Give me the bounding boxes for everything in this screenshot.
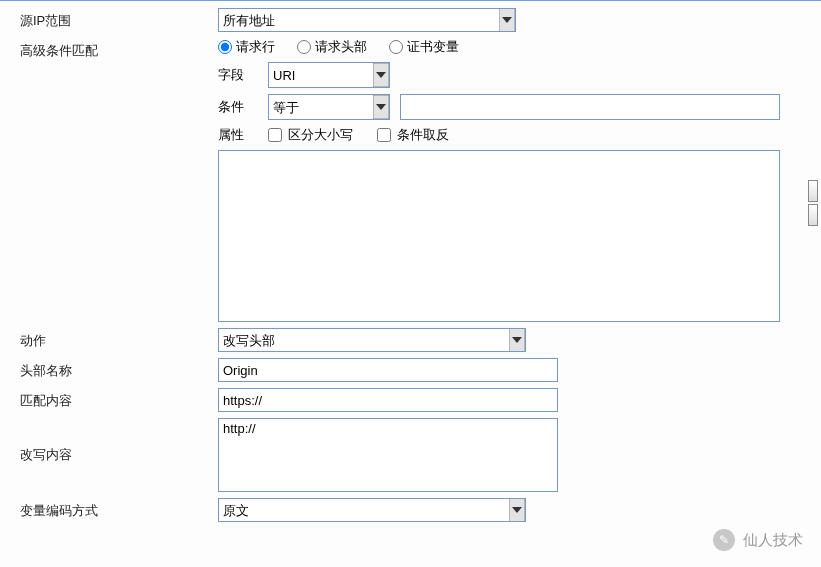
watermark-text: 仙人技术 [743, 531, 803, 550]
label-adv-match: 高级条件匹配 [0, 38, 218, 60]
select-condition[interactable]: 等于 [268, 94, 390, 120]
side-button-group [808, 180, 818, 226]
label-match-content: 匹配内容 [0, 388, 218, 410]
radio-req-header[interactable]: 请求头部 [297, 38, 367, 56]
select-encoding[interactable]: 原文 [218, 498, 526, 522]
side-button-2[interactable] [808, 204, 818, 226]
side-button-1[interactable] [808, 180, 818, 202]
label-header-name: 头部名称 [0, 358, 218, 380]
radio-group-match-type: 请求行 请求头部 证书变量 [218, 38, 803, 56]
label-action: 动作 [0, 328, 218, 350]
radio-req-line[interactable]: 请求行 [218, 38, 275, 56]
label-ip-range: 源IP范围 [0, 8, 218, 30]
radio-req-header-input[interactable] [297, 40, 311, 54]
checkbox-negate-input[interactable] [377, 128, 391, 142]
checkbox-negate-label: 条件取反 [397, 126, 449, 144]
label-condition: 条件 [218, 98, 258, 116]
label-attr: 属性 [218, 126, 258, 144]
label-rewrite-content: 改写内容 [0, 418, 218, 464]
checkbox-case-sensitive-input[interactable] [268, 128, 282, 142]
select-field[interactable]: URI [268, 62, 390, 88]
radio-cert-var-input[interactable] [389, 40, 403, 54]
checkbox-case-sensitive[interactable]: 区分大小写 [268, 126, 353, 144]
radio-req-header-label: 请求头部 [315, 38, 367, 56]
input-condition-value[interactable] [400, 94, 780, 120]
select-ip-range[interactable]: 所有地址 [218, 8, 516, 32]
label-field: 字段 [218, 66, 258, 84]
textarea-conditions-list[interactable] [218, 150, 780, 322]
radio-cert-var-label: 证书变量 [407, 38, 459, 56]
select-action[interactable]: 改写头部 [218, 328, 526, 352]
checkbox-negate[interactable]: 条件取反 [377, 126, 449, 144]
textarea-rewrite-content[interactable] [218, 418, 558, 492]
radio-req-line-label: 请求行 [236, 38, 275, 56]
input-match-content[interactable] [218, 388, 558, 412]
radio-req-line-input[interactable] [218, 40, 232, 54]
watermark: ✎ 仙人技术 [713, 529, 803, 551]
label-encoding: 变量编码方式 [0, 498, 218, 520]
input-header-name[interactable] [218, 358, 558, 382]
watermark-icon: ✎ [713, 529, 735, 551]
radio-cert-var[interactable]: 证书变量 [389, 38, 459, 56]
checkbox-case-sensitive-label: 区分大小写 [288, 126, 353, 144]
